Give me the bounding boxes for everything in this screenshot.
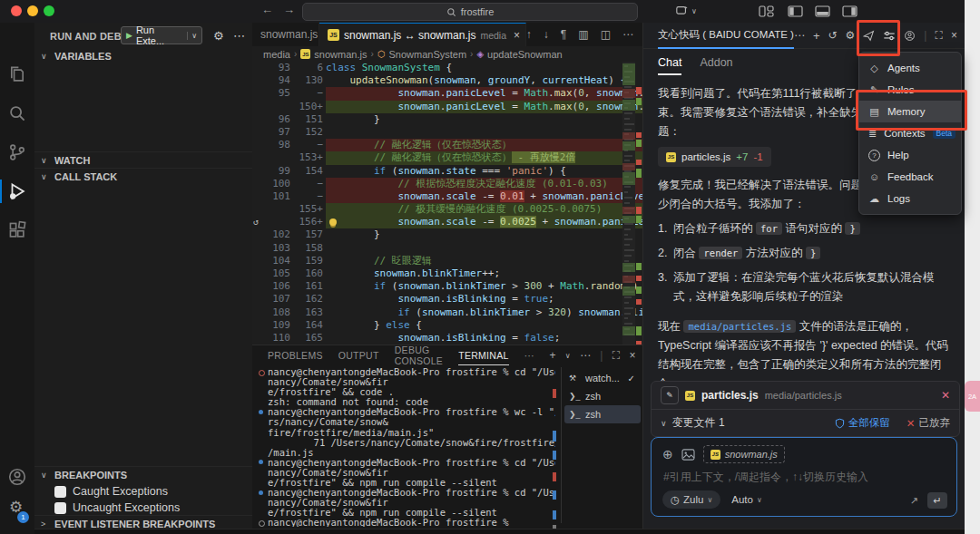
code-line[interactable]: 150+ snowman.panicLevel = Math.max(0, sn…	[252, 101, 642, 113]
comate-panel-title[interactable]: 文心快码 ( BAIDU COMATE )	[658, 23, 794, 49]
section-variables[interactable]: ∨ VARIABLES	[34, 48, 252, 64]
tab-terminal[interactable]: TERMINAL	[458, 345, 509, 365]
code-line[interactable]: 96151 }	[252, 113, 642, 126]
close-icon[interactable]: ×	[514, 29, 520, 42]
chevron-down-icon[interactable]: ∨	[187, 32, 197, 40]
add-context-icon[interactable]: ⊕	[662, 447, 673, 461]
history-icon[interactable]: ↺	[828, 29, 838, 42]
settings-gear-icon[interactable]: ⚙	[846, 29, 856, 42]
chat-input-box[interactable]: ⊕ JS snowman.js #引用上下文，/调起指令，↑↓切换历史输入 ◷ …	[651, 437, 957, 517]
window-close-button[interactable]	[11, 5, 22, 16]
code-line[interactable]: 101− snowman.scale -= 0.01 + snowman.pan…	[252, 190, 642, 203]
new-chat-icon[interactable]: +	[813, 29, 820, 43]
terminal-session-zsh[interactable]: ❯_zsh	[564, 405, 641, 423]
tab-addon[interactable]: Addon	[700, 56, 732, 75]
section-breakpoints[interactable]: ∨ BREAKPOINTS	[34, 466, 252, 482]
checkbox-uncaught-exceptions[interactable]	[54, 502, 66, 514]
command-center-search[interactable]: frostfire	[302, 3, 638, 21]
checkbox-caught-exceptions[interactable]	[54, 486, 66, 498]
menu-item-logs[interactable]: ☁Logs	[859, 188, 961, 209]
run-configuration-button[interactable]: ▶ Run Exte... ∨	[121, 26, 202, 44]
account-icon[interactable]	[904, 30, 916, 42]
code-line[interactable]: 106161 if (snowman.blinkTimer > 300 + Ma…	[252, 280, 642, 293]
changed-file-row[interactable]: ✎ JS particles.js media/particles.js ✕	[652, 382, 959, 409]
code-line[interactable]: 109164 } else {	[252, 319, 642, 332]
customize-layout-icon[interactable]	[759, 5, 774, 17]
source-control-icon[interactable]	[7, 142, 27, 162]
chat-input-placeholder[interactable]: #引用上下文，/调起指令，↑↓切换历史输入	[652, 463, 956, 485]
menu-item-rules[interactable]: ✎Rules	[859, 79, 961, 101]
more-actions-icon[interactable]: ⋯	[622, 28, 633, 41]
panel-more-tabs-icon[interactable]: ⋯	[524, 350, 534, 361]
code-line[interactable]: 100− // 根据惊恐程度决定融化速度 (0.01-0.03)	[252, 178, 642, 190]
chevron-down-icon[interactable]: ∨	[661, 419, 667, 428]
code-line[interactable]: 936class SnowmanSystem {	[252, 62, 642, 74]
nav-back-icon[interactable]: ←	[261, 3, 273, 16]
window-zoom-button[interactable]	[44, 5, 54, 16]
code-line[interactable]: 153+ // 融化逻辑（仅在惊恐状态） - 再放慢2倍	[252, 151, 642, 164]
menu-item-memory[interactable]: ▤Memory	[859, 101, 961, 122]
code-line[interactable]: 103158	[252, 242, 642, 255]
toggle-panel-icon[interactable]	[815, 5, 830, 17]
tune-sliders-icon[interactable]	[883, 30, 896, 42]
code-line[interactable]: 97152	[252, 126, 642, 139]
context-file-chip[interactable]: JS snowman.js	[703, 445, 785, 463]
terminal-output[interactable]: nancy@chenyantongdeMacBook-Pro frostfire…	[258, 367, 555, 527]
tab-snowman-js[interactable]: snowman.js	[252, 23, 319, 46]
tab-chat[interactable]: Chat	[658, 56, 681, 75]
breakpoint-row[interactable]: Caught Exceptions	[54, 483, 168, 500]
more-icon[interactable]: ⋯	[794, 29, 805, 42]
code-line[interactable]: 105160 snowman.blinkTimer++;	[252, 267, 642, 280]
panel-more-actions-icon[interactable]: ⋯	[580, 349, 591, 362]
code-line[interactable]: 155+ // 极其缓慢的融化速度 (0.0025-0.0075)	[252, 203, 642, 216]
menu-item-feedback[interactable]: ☺Feedback	[859, 166, 961, 188]
tab-output[interactable]: OUTPUT	[338, 350, 379, 361]
split-editor-icon[interactable]: ◫	[601, 28, 611, 41]
code-line[interactable]: 99154 if (snowman.state === 'panic') {	[252, 165, 642, 178]
account-icon[interactable]	[7, 467, 27, 487]
maximize-panel-icon[interactable]: ⛶	[612, 349, 621, 362]
toggle-primary-sidebar-icon[interactable]	[788, 5, 803, 17]
run-and-debug-icon[interactable]	[7, 181, 27, 201]
code-line[interactable]: ↺156+ snowman.scale -= 0.0025 + snowman.…	[252, 216, 642, 228]
extensions-icon[interactable]	[7, 220, 27, 240]
code-line[interactable]: 107162 snowman.isBlinking = true;	[252, 293, 642, 306]
changed-file-chip[interactable]: JS particles.js +7 -1	[658, 147, 771, 167]
debug-settings-gear-icon[interactable]: ⚙	[213, 29, 224, 43]
previous-change-icon[interactable]: ↑	[526, 28, 532, 41]
tab-snowman-diff[interactable]: JS snowman.js ↔ snowman.js media ×	[319, 23, 526, 46]
close-icon[interactable]: ×	[951, 29, 957, 42]
minimap[interactable]	[622, 62, 635, 345]
model-selector[interactable]: ◷ Zulu ∨	[662, 490, 720, 509]
nav-forward-icon[interactable]: →	[283, 3, 295, 16]
toggle-secondary-sidebar-icon[interactable]	[842, 5, 858, 17]
tab-debug-console[interactable]: DEBUG CONSOLE	[395, 345, 443, 366]
menu-item-agents[interactable]: ◇Agents	[859, 57, 961, 79]
debug-more-actions-icon[interactable]: ⋯	[233, 29, 245, 43]
code-line[interactable]: 108163 if (snowman.blinkTimer > 320) sno…	[252, 306, 642, 319]
close-panel-icon[interactable]: ×	[629, 349, 635, 362]
keep-all-button[interactable]: 全部保留	[835, 416, 890, 430]
new-terminal-icon[interactable]: +	[549, 349, 555, 362]
next-change-icon[interactable]: ↓	[544, 28, 549, 41]
code-line[interactable]: 104159 // 眨眼逻辑	[252, 255, 642, 267]
discard-all-button[interactable]: ✕ 已放弃	[906, 416, 950, 430]
copilot-menu-button[interactable]: ∨	[675, 5, 697, 17]
revert-icon[interactable]: ↺	[253, 216, 259, 228]
breadcrumb[interactable]: media › JS snowman.js › ⬡ SnowmanSystem …	[252, 46, 642, 62]
search-icon[interactable]	[7, 103, 27, 123]
whitespace-icon[interactable]: ¶	[561, 28, 566, 41]
dismiss-file-icon[interactable]: ✕	[941, 389, 950, 402]
menu-item-help[interactable]: ?Help	[859, 144, 961, 166]
code-line[interactable]: 94130 updateSnowman(snowman, groundY, cu…	[252, 74, 642, 87]
menu-item-contexts[interactable]: ≣ContextsBeta	[859, 122, 961, 144]
explorer-icon[interactable]	[7, 64, 27, 84]
send-plane-icon[interactable]	[863, 30, 875, 42]
window-minimize-button[interactable]	[27, 5, 38, 16]
breakpoint-row[interactable]: Uncaught Exceptions	[54, 500, 180, 516]
code-line[interactable]: 95− snowman.panicLevel = Math.max(0, sno…	[252, 87, 642, 100]
section-watch[interactable]: ∨ WATCH	[34, 151, 252, 168]
tab-problems[interactable]: PROBLEMS	[268, 350, 323, 361]
open-changes-icon[interactable]: ▥	[578, 28, 588, 41]
section-call-stack[interactable]: ∨ CALL STACK	[34, 168, 252, 184]
